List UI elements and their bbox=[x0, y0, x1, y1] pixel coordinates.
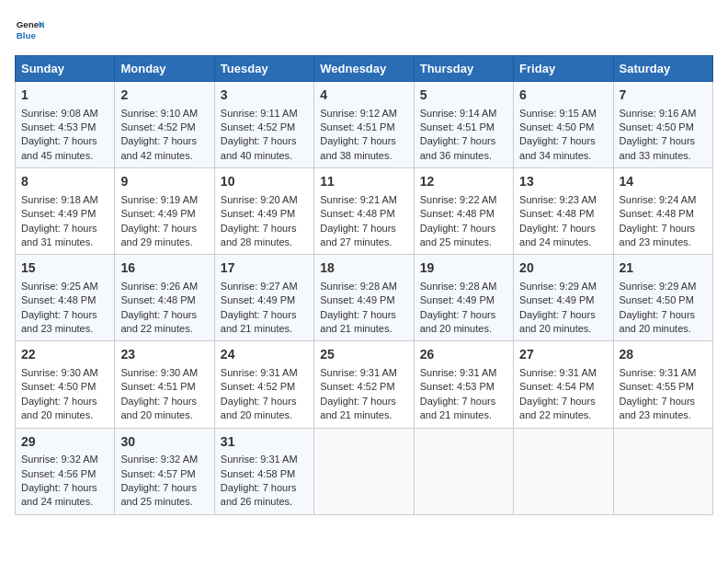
daylight-label: Daylight: 7 hours bbox=[120, 135, 197, 146]
sunset: Sunset: 4:50 PM bbox=[620, 294, 694, 305]
sunrise: Sunrise: 9:11 AM bbox=[221, 108, 298, 119]
calendar-cell bbox=[414, 428, 513, 514]
daylight-label: Daylight: 7 hours bbox=[120, 309, 197, 320]
weekday-header-sunday: Sunday bbox=[16, 56, 115, 82]
sunrise: Sunrise: 9:32 AM bbox=[120, 454, 198, 465]
calendar-cell: 31Sunrise: 9:31 AMSunset: 4:58 PMDayligh… bbox=[214, 428, 313, 514]
calendar-cell: 15Sunrise: 9:25 AMSunset: 4:48 PMDayligh… bbox=[16, 255, 115, 341]
logo: General Blue bbox=[15, 15, 44, 44]
sunrise: Sunrise: 9:29 AM bbox=[519, 281, 597, 292]
daylight-hours: and 20 minutes. bbox=[120, 409, 192, 420]
sunset: Sunset: 4:49 PM bbox=[320, 294, 394, 305]
sunset: Sunset: 4:51 PM bbox=[320, 121, 394, 132]
daylight-hours: and 22 minutes. bbox=[519, 409, 591, 420]
day-number: 18 bbox=[320, 259, 407, 278]
daylight-label: Daylight: 7 hours bbox=[21, 223, 97, 234]
daylight-label: Daylight: 7 hours bbox=[320, 135, 396, 146]
daylight-label: Daylight: 7 hours bbox=[320, 396, 396, 407]
sunset: Sunset: 4:57 PM bbox=[120, 468, 195, 479]
daylight-hours: and 28 minutes. bbox=[221, 236, 292, 247]
logo-icon: General Blue bbox=[15, 15, 44, 44]
daylight-label: Daylight: 7 hours bbox=[620, 309, 696, 320]
daylight-label: Daylight: 7 hours bbox=[221, 223, 297, 234]
sunset: Sunset: 4:52 PM bbox=[221, 381, 295, 392]
sunrise: Sunrise: 9:26 AM bbox=[120, 281, 198, 292]
day-number: 6 bbox=[519, 86, 607, 105]
sunset: Sunset: 4:48 PM bbox=[21, 294, 96, 305]
daylight-hours: and 20 minutes. bbox=[519, 323, 591, 334]
weekday-header-tuesday: Tuesday bbox=[214, 56, 313, 82]
day-number: 2 bbox=[120, 86, 208, 105]
daylight-hours: and 36 minutes. bbox=[420, 150, 492, 161]
calendar-cell: 19Sunrise: 9:28 AMSunset: 4:49 PMDayligh… bbox=[414, 255, 513, 341]
daylight-hours: and 20 minutes. bbox=[21, 409, 93, 420]
day-number: 17 bbox=[221, 259, 308, 278]
daylight-hours: and 38 minutes. bbox=[320, 150, 392, 161]
calendar-cell: 4Sunrise: 9:12 AMSunset: 4:51 PMDaylight… bbox=[314, 82, 414, 168]
calendar-cell: 3Sunrise: 9:11 AMSunset: 4:52 PMDaylight… bbox=[214, 82, 313, 168]
day-number: 27 bbox=[519, 346, 607, 364]
sunrise: Sunrise: 9:21 AM bbox=[320, 194, 397, 205]
daylight-label: Daylight: 7 hours bbox=[320, 309, 396, 320]
sunrise: Sunrise: 9:31 AM bbox=[320, 367, 397, 378]
sunrise: Sunrise: 9:16 AM bbox=[620, 108, 697, 119]
daylight-label: Daylight: 7 hours bbox=[21, 135, 97, 146]
calendar-cell: 25Sunrise: 9:31 AMSunset: 4:52 PMDayligh… bbox=[314, 341, 414, 428]
day-number: 11 bbox=[320, 173, 407, 191]
sunrise: Sunrise: 9:23 AM bbox=[519, 194, 597, 205]
calendar-cell: 28Sunrise: 9:31 AMSunset: 4:55 PMDayligh… bbox=[613, 341, 712, 428]
daylight-hours: and 20 minutes. bbox=[420, 323, 492, 334]
daylight-label: Daylight: 7 hours bbox=[221, 135, 297, 146]
daylight-label: Daylight: 7 hours bbox=[221, 482, 297, 493]
sunrise: Sunrise: 9:15 AM bbox=[519, 108, 597, 119]
sunset: Sunset: 4:51 PM bbox=[420, 121, 495, 132]
sunset: Sunset: 4:50 PM bbox=[519, 121, 594, 132]
day-number: 8 bbox=[21, 173, 108, 191]
sunset: Sunset: 4:49 PM bbox=[221, 294, 295, 305]
sunset: Sunset: 4:49 PM bbox=[420, 294, 495, 305]
sunrise: Sunrise: 9:20 AM bbox=[221, 194, 298, 205]
sunset: Sunset: 4:53 PM bbox=[420, 381, 495, 392]
weekday-header-thursday: Thursday bbox=[414, 56, 513, 82]
daylight-label: Daylight: 7 hours bbox=[620, 396, 696, 407]
daylight-hours: and 21 minutes. bbox=[221, 323, 292, 334]
day-number: 15 bbox=[21, 259, 108, 278]
day-number: 20 bbox=[519, 259, 607, 278]
sunset: Sunset: 4:49 PM bbox=[221, 208, 295, 219]
calendar-cell: 12Sunrise: 9:22 AMSunset: 4:48 PMDayligh… bbox=[414, 168, 513, 255]
daylight-hours: and 23 minutes. bbox=[620, 236, 691, 247]
daylight-hours: and 23 minutes. bbox=[620, 409, 691, 420]
sunset: Sunset: 4:48 PM bbox=[320, 208, 394, 219]
daylight-label: Daylight: 7 hours bbox=[221, 396, 297, 407]
sunset: Sunset: 4:49 PM bbox=[519, 294, 594, 305]
calendar-week-3: 15Sunrise: 9:25 AMSunset: 4:48 PMDayligh… bbox=[16, 255, 713, 341]
day-number: 5 bbox=[420, 86, 507, 105]
page-header: General Blue bbox=[15, 15, 713, 44]
day-number: 7 bbox=[620, 86, 707, 105]
weekday-header-friday: Friday bbox=[514, 56, 613, 82]
calendar-cell: 2Sunrise: 9:10 AMSunset: 4:52 PMDaylight… bbox=[115, 82, 214, 168]
day-number: 4 bbox=[320, 86, 407, 105]
daylight-label: Daylight: 7 hours bbox=[519, 309, 596, 320]
sunset: Sunset: 4:50 PM bbox=[21, 381, 96, 392]
sunrise: Sunrise: 9:31 AM bbox=[221, 454, 298, 465]
daylight-label: Daylight: 7 hours bbox=[420, 223, 496, 234]
calendar-cell: 18Sunrise: 9:28 AMSunset: 4:49 PMDayligh… bbox=[314, 255, 414, 341]
weekday-header-monday: Monday bbox=[115, 56, 214, 82]
day-number: 16 bbox=[120, 259, 208, 278]
daylight-label: Daylight: 7 hours bbox=[120, 396, 197, 407]
calendar-cell: 1Sunrise: 9:08 AMSunset: 4:53 PMDaylight… bbox=[16, 82, 115, 168]
daylight-label: Daylight: 7 hours bbox=[620, 135, 696, 146]
calendar-cell: 13Sunrise: 9:23 AMSunset: 4:48 PMDayligh… bbox=[514, 168, 613, 255]
daylight-label: Daylight: 7 hours bbox=[420, 309, 496, 320]
day-number: 31 bbox=[221, 433, 308, 452]
sunset: Sunset: 4:48 PM bbox=[120, 294, 195, 305]
calendar-week-1: 1Sunrise: 9:08 AMSunset: 4:53 PMDaylight… bbox=[16, 82, 713, 168]
day-number: 26 bbox=[420, 346, 507, 364]
calendar-cell: 22Sunrise: 9:30 AMSunset: 4:50 PMDayligh… bbox=[16, 341, 115, 428]
sunrise: Sunrise: 9:28 AM bbox=[320, 281, 397, 292]
sunrise: Sunrise: 9:22 AM bbox=[420, 194, 497, 205]
day-number: 9 bbox=[120, 173, 208, 191]
calendar-cell: 9Sunrise: 9:19 AMSunset: 4:49 PMDaylight… bbox=[115, 168, 214, 255]
sunset: Sunset: 4:51 PM bbox=[120, 381, 195, 392]
